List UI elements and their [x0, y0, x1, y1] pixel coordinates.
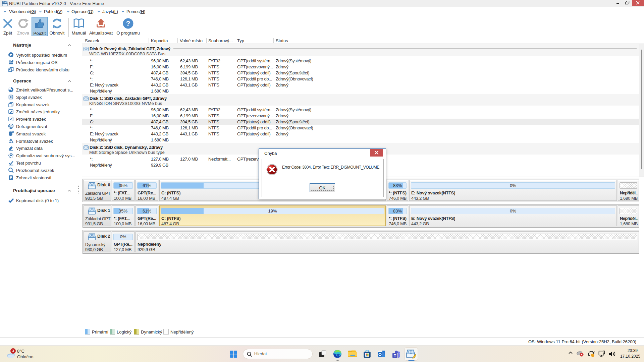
- svg-text:T: T: [394, 354, 396, 358]
- svg-text:?: ?: [126, 19, 130, 27]
